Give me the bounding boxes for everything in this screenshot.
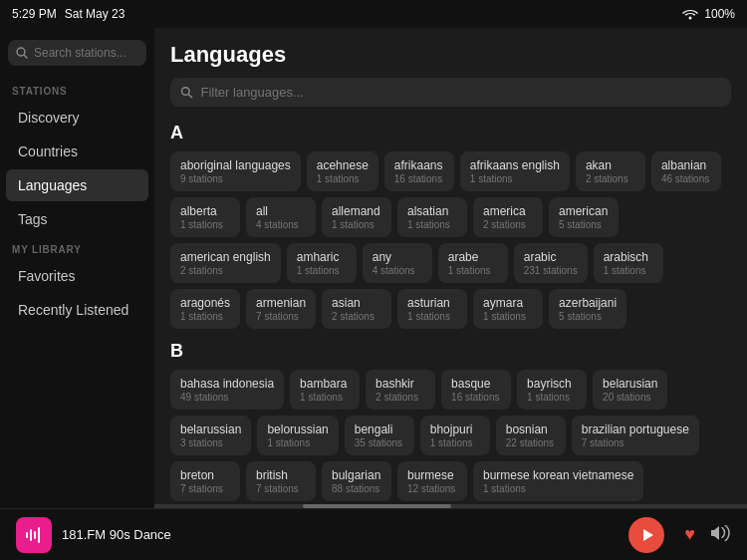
sidebar-item-discovery[interactable]: Discovery <box>6 102 148 134</box>
svg-rect-5 <box>26 532 28 538</box>
play-icon <box>640 528 654 542</box>
battery-level: 100% <box>704 7 735 21</box>
list-item[interactable]: brazilian portuguese 7 stations <box>572 416 699 455</box>
sidebar-item-tags[interactable]: Tags <box>6 203 148 235</box>
sidebar: STATIONS Discovery Countries Languages T… <box>0 28 154 508</box>
list-item[interactable]: american 5 stations <box>549 197 619 237</box>
alpha-label-a: A <box>170 123 731 143</box>
filter-search-icon <box>180 86 193 99</box>
my-library-section-label: MY LIBRARY <box>0 240 154 259</box>
content-header: Languages <box>154 28 747 115</box>
now-playing-title: 181.FM 90s Dance <box>62 527 609 542</box>
volume-icon <box>711 525 731 541</box>
list-item[interactable]: america 2 stations <box>473 197 543 237</box>
list-item[interactable]: basque 16 stations <box>441 370 511 410</box>
status-time: 5:29 PM <box>12 7 57 21</box>
wifi-icon <box>682 8 698 20</box>
lang-grid-a: aboriginal languages 9 stations acehnese… <box>170 151 731 329</box>
search-input[interactable] <box>34 46 138 60</box>
now-playing-bar: 181.FM 90s Dance ♥ <box>0 508 747 560</box>
svg-point-3 <box>181 88 189 96</box>
status-date: Sat May 23 <box>65 7 125 21</box>
list-item[interactable]: british 7 stations <box>246 461 316 501</box>
stations-section-label: STATIONS <box>0 82 154 101</box>
list-item[interactable]: any 4 stations <box>363 243 432 283</box>
list-item[interactable]: arabe 1 stations <box>438 243 508 283</box>
filter-input[interactable] <box>201 85 721 100</box>
list-item[interactable]: alsatian 1 stations <box>397 197 467 237</box>
section-b: B bahasa indonesia 49 stations bambara 1… <box>170 341 731 501</box>
list-item[interactable]: bulgarian 88 stations <box>322 461 391 501</box>
content-area: Languages A aboriginal languages 9 stati… <box>154 28 747 508</box>
search-box[interactable] <box>8 40 146 66</box>
volume-button[interactable] <box>711 525 731 545</box>
list-item[interactable]: azerbaijani 5 stations <box>549 289 626 329</box>
svg-point-0 <box>689 17 692 20</box>
favorite-button[interactable]: ♥ <box>684 524 695 545</box>
list-item[interactable]: aymara 1 stations <box>473 289 543 329</box>
section-a: A aboriginal languages 9 stations acehne… <box>170 123 731 329</box>
scrollbar-thumb[interactable] <box>303 504 451 508</box>
status-bar: 5:29 PM Sat May 23 100% <box>0 0 747 28</box>
list-item[interactable]: afrikaans 16 stations <box>384 151 454 191</box>
svg-line-2 <box>25 56 28 59</box>
list-item[interactable]: bosnian 22 stations <box>496 416 566 455</box>
list-item[interactable]: bambara 1 stations <box>290 370 360 410</box>
list-item[interactable]: aragonés 1 stations <box>170 289 240 329</box>
list-item[interactable]: bhojpuri 1 stations <box>420 416 490 455</box>
list-item[interactable]: alberta 1 stations <box>170 197 240 237</box>
lang-grid-b: bahasa indonesia 49 stations bambara 1 s… <box>170 370 731 501</box>
list-item[interactable]: bengali 35 stations <box>345 416 414 455</box>
list-item[interactable]: breton 7 stations <box>170 461 240 501</box>
list-item[interactable]: american english 2 stations <box>170 243 281 283</box>
list-item[interactable]: allemand 1 stations <box>322 197 391 237</box>
list-item[interactable]: bahasa indonesia 49 stations <box>170 370 284 410</box>
list-item[interactable]: arabic 231 stations <box>514 243 588 283</box>
list-item[interactable]: acehnese 1 stations <box>307 151 378 191</box>
list-item[interactable]: burmese 12 stations <box>397 461 467 501</box>
list-item[interactable]: amharic 1 stations <box>287 243 357 283</box>
sidebar-item-countries[interactable]: Countries <box>6 136 148 167</box>
alpha-label-b: B <box>170 341 731 362</box>
search-icon <box>16 47 28 59</box>
svg-line-4 <box>189 95 192 98</box>
svg-rect-6 <box>30 529 32 541</box>
list-item[interactable]: bayrisch 1 stations <box>517 370 587 410</box>
list-item[interactable]: albanian 46 stations <box>651 151 721 191</box>
list-item[interactable]: belorussian 1 stations <box>257 416 338 455</box>
list-item[interactable]: asturian 1 stations <box>397 289 467 329</box>
list-item[interactable]: armenian 7 stations <box>246 289 316 329</box>
list-item[interactable]: aboriginal languages 9 stations <box>170 151 301 191</box>
sidebar-item-favorites[interactable]: Favorites <box>6 260 148 292</box>
list-item[interactable]: afrikaans english 1 stations <box>460 151 570 191</box>
sidebar-item-languages[interactable]: Languages <box>6 169 148 201</box>
waveform-icon <box>24 525 44 545</box>
svg-point-1 <box>17 48 25 56</box>
page-title: Languages <box>170 42 731 68</box>
svg-marker-9 <box>643 529 653 541</box>
svg-rect-8 <box>38 527 40 543</box>
scrollbar-indicator[interactable] <box>154 504 747 508</box>
list-item[interactable]: burmese korean vietnamese 1 stations <box>473 461 643 501</box>
list-item[interactable]: arabisch 1 stations <box>594 243 663 283</box>
list-item[interactable]: akan 2 stations <box>576 151 645 191</box>
languages-scroll[interactable]: A aboriginal languages 9 stations acehne… <box>154 115 747 504</box>
now-playing-actions: ♥ <box>684 524 731 545</box>
sidebar-item-recently-listened[interactable]: Recently Listened <box>6 294 148 326</box>
main-layout: STATIONS Discovery Countries Languages T… <box>0 28 747 508</box>
now-playing-thumbnail <box>16 517 52 553</box>
list-item[interactable]: all 4 stations <box>246 197 316 237</box>
svg-rect-7 <box>34 531 36 539</box>
list-item[interactable]: bashkir 2 stations <box>366 370 435 410</box>
play-pause-button[interactable] <box>628 517 664 553</box>
filter-bar[interactable] <box>170 78 731 107</box>
list-item[interactable]: belarussian 3 stations <box>170 416 251 455</box>
list-item[interactable]: asian 2 stations <box>322 289 391 329</box>
list-item[interactable]: belarusian 20 stations <box>593 370 667 410</box>
